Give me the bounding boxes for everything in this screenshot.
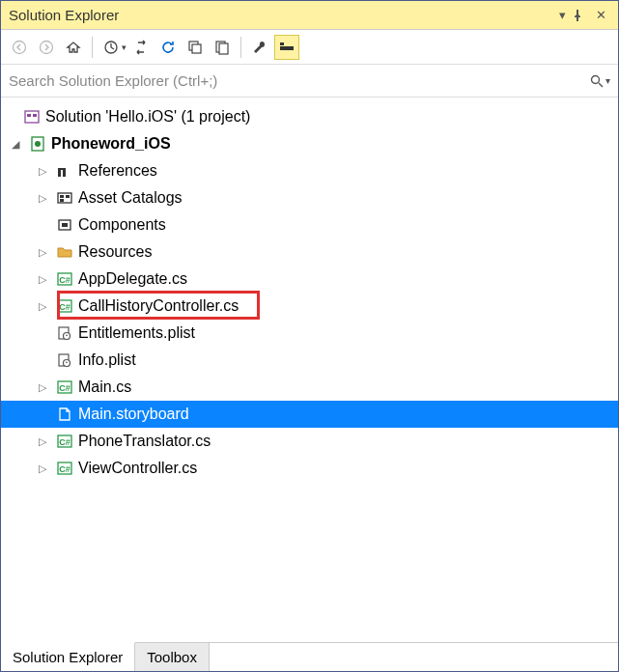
references-icon xyxy=(55,161,74,181)
tree-item-label: Main.storyboard xyxy=(78,406,189,423)
svg-rect-16 xyxy=(63,169,66,177)
expand-arrow-icon[interactable]: ▷ xyxy=(36,300,49,313)
toolbar: ▾ xyxy=(1,30,618,65)
csharp-icon: C# xyxy=(55,459,74,478)
svg-text:C#: C# xyxy=(59,437,70,447)
searchbar: ▾ xyxy=(1,65,618,98)
expand-arrow-icon[interactable]: ▷ xyxy=(36,192,49,205)
project-node[interactable]: ◢ Phoneword_iOS xyxy=(1,130,618,157)
tab-toolbox[interactable]: Toolbox xyxy=(135,643,210,671)
solution-tree[interactable]: Solution 'Hello.iOS' (1 project) ◢ Phone… xyxy=(1,98,618,642)
csharp-icon: C# xyxy=(55,296,74,316)
tree-item[interactable]: ▷C#AppDelegate.cs xyxy=(1,266,618,293)
titlebar: Solution Explorer ▾ ✕ xyxy=(1,1,618,30)
tree-item[interactable]: ▷C#PhoneTranslator.cs xyxy=(1,428,618,455)
project-icon xyxy=(28,134,47,154)
csharp-icon: C# xyxy=(55,432,74,451)
show-all-files-button[interactable] xyxy=(210,35,235,60)
expand-arrow-icon[interactable]: ▷ xyxy=(36,273,49,286)
tree-item-label: PhoneTranslator.cs xyxy=(78,433,211,450)
svg-rect-22 xyxy=(62,223,68,227)
tree-item[interactable]: Main.storyboard xyxy=(1,401,618,428)
tree-item[interactable]: Entitlements.plist xyxy=(1,320,618,347)
tree-item-label: CallHistoryController.cs xyxy=(78,297,239,315)
back-button[interactable] xyxy=(7,35,32,60)
plist-icon xyxy=(55,323,74,343)
svg-text:C#: C# xyxy=(59,464,70,474)
svg-rect-19 xyxy=(66,195,70,198)
svg-rect-8 xyxy=(280,42,284,45)
tree-item-label: Entitlements.plist xyxy=(78,324,195,342)
tree-item[interactable]: Info.plist xyxy=(1,347,618,374)
svg-rect-11 xyxy=(27,114,31,117)
sync-button[interactable] xyxy=(128,35,154,60)
expand-arrow-icon[interactable]: ▷ xyxy=(36,381,49,394)
expand-arrow-icon[interactable]: ◢ xyxy=(9,138,22,151)
search-dropdown-icon[interactable]: ▾ xyxy=(605,75,610,86)
titlebar-title: Solution Explorer xyxy=(9,7,552,23)
tree-item-label: Asset Catalogs xyxy=(78,189,183,207)
solution-icon xyxy=(22,107,42,126)
tree-item-label: References xyxy=(78,162,157,180)
file-icon xyxy=(55,405,74,424)
tree-item-label: Info.plist xyxy=(78,351,136,369)
project-label: Phoneword_iOS xyxy=(51,135,171,153)
history-button[interactable] xyxy=(98,35,124,60)
svg-rect-20 xyxy=(60,199,64,202)
csharp-icon: C# xyxy=(55,269,74,289)
expand-arrow-icon[interactable]: ▷ xyxy=(36,165,49,178)
tree-item[interactable]: ▷Resources xyxy=(1,238,618,266)
components-icon xyxy=(55,215,74,235)
home-button[interactable] xyxy=(61,35,86,60)
tree-item[interactable]: ▷C#CallHistoryController.cs xyxy=(1,293,618,320)
search-icon[interactable] xyxy=(590,74,604,88)
collapse-all-button[interactable] xyxy=(183,35,208,60)
separator xyxy=(92,37,93,58)
pin-icon[interactable] xyxy=(572,10,591,21)
svg-point-14 xyxy=(35,141,41,147)
svg-text:C#: C# xyxy=(59,275,70,285)
window-options-icon[interactable]: ▾ xyxy=(552,8,572,22)
plist-icon xyxy=(55,350,74,370)
close-icon[interactable]: ✕ xyxy=(591,8,610,22)
svg-point-9 xyxy=(592,75,600,83)
tree-item-label: Main.cs xyxy=(78,378,131,396)
bottom-tabs: Solution Explorer Toolbox xyxy=(1,642,618,671)
solution-label: Solution 'Hello.iOS' (1 project) xyxy=(45,108,250,126)
expand-arrow-icon[interactable]: ▷ xyxy=(36,246,49,259)
svg-rect-6 xyxy=(219,43,228,54)
tree-item[interactable]: ▷Asset Catalogs xyxy=(1,184,618,211)
svg-point-1 xyxy=(41,41,53,53)
svg-rect-18 xyxy=(60,195,64,198)
tree-item[interactable]: Components xyxy=(1,211,618,238)
csharp-icon: C# xyxy=(55,378,74,397)
svg-point-0 xyxy=(14,41,26,53)
solution-tree-wrap: Solution 'Hello.iOS' (1 project) ◢ Phone… xyxy=(1,98,618,642)
tree-item[interactable]: ▷C#ViewController.cs xyxy=(1,455,618,482)
expand-arrow-icon[interactable]: ▷ xyxy=(36,462,49,475)
svg-rect-4 xyxy=(192,44,201,53)
svg-text:C#: C# xyxy=(59,383,70,393)
tree-item-label: Components xyxy=(78,216,166,234)
svg-rect-7 xyxy=(280,46,294,50)
solution-node[interactable]: Solution 'Hello.iOS' (1 project) xyxy=(1,103,618,130)
svg-rect-12 xyxy=(33,114,37,117)
tree-item[interactable]: ▷References xyxy=(1,157,618,184)
tab-solution-explorer[interactable]: Solution Explorer xyxy=(1,642,135,671)
forward-button[interactable] xyxy=(34,35,59,60)
refresh-button[interactable] xyxy=(155,35,181,60)
preview-button[interactable] xyxy=(274,35,299,60)
tree-item-label: ViewController.cs xyxy=(78,460,197,477)
search-input[interactable] xyxy=(9,72,590,89)
tree-item-label: AppDelegate.cs xyxy=(78,270,187,288)
asset-catalogs-icon xyxy=(55,188,74,208)
separator xyxy=(240,37,241,58)
tree-item-label: Resources xyxy=(78,243,152,261)
expand-arrow-icon[interactable]: ▷ xyxy=(36,435,49,448)
svg-rect-15 xyxy=(58,169,61,177)
tree-item[interactable]: ▷C#Main.cs xyxy=(1,374,618,401)
properties-button[interactable] xyxy=(247,35,272,60)
svg-text:C#: C# xyxy=(59,302,70,312)
folder-icon xyxy=(55,242,74,262)
dropdown-arrow-icon[interactable]: ▾ xyxy=(122,42,127,52)
